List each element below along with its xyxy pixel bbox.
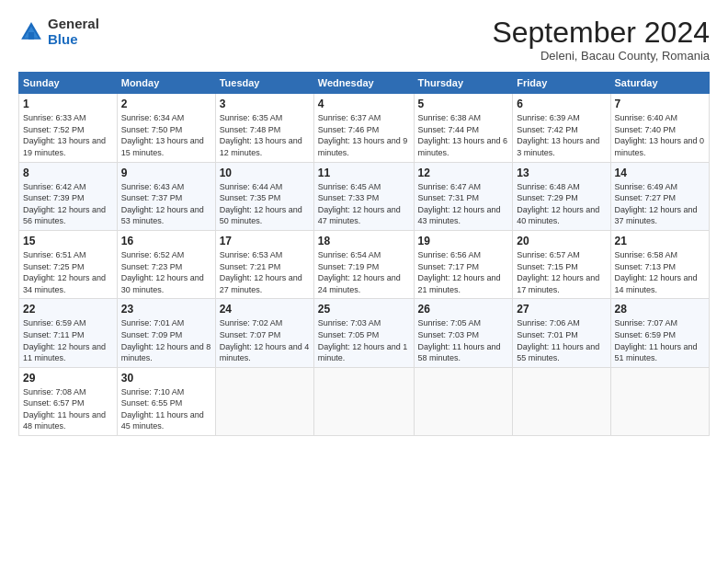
day-info: Sunrise: 6:34 AM Sunset: 7:50 PM Dayligh… <box>121 112 211 158</box>
table-row: 19 Sunrise: 6:56 AM Sunset: 7:17 PM Dayl… <box>414 230 513 298</box>
table-row: 16 Sunrise: 6:52 AM Sunset: 7:23 PM Dayl… <box>117 230 215 298</box>
day-info: Sunrise: 6:35 AM Sunset: 7:48 PM Dayligh… <box>220 112 310 158</box>
logo-blue: Blue <box>48 32 99 48</box>
header-wednesday: Wednesday <box>313 73 414 94</box>
day-info: Sunrise: 6:37 AM Sunset: 7:46 PM Dayligh… <box>318 112 410 158</box>
table-row: 25 Sunrise: 7:03 AM Sunset: 7:05 PM Dayl… <box>313 299 414 367</box>
day-number: 2 <box>121 98 211 110</box>
day-number: 14 <box>615 167 705 179</box>
day-number: 7 <box>615 98 705 110</box>
table-row <box>215 367 313 435</box>
svg-rect-2 <box>28 32 34 40</box>
day-info: Sunrise: 6:51 AM Sunset: 7:25 PM Dayligh… <box>23 249 113 295</box>
calendar-header-row: Sunday Monday Tuesday Wednesday Thursday… <box>19 73 710 94</box>
title-block: September 2024 Deleni, Bacau County, Rom… <box>492 17 710 63</box>
day-info: Sunrise: 7:06 AM Sunset: 7:01 PM Dayligh… <box>517 317 606 363</box>
day-number: 16 <box>121 235 211 247</box>
day-info: Sunrise: 6:59 AM Sunset: 7:11 PM Dayligh… <box>23 317 113 363</box>
table-row: 6 Sunrise: 6:39 AM Sunset: 7:42 PM Dayli… <box>513 94 610 162</box>
table-row: 26 Sunrise: 7:05 AM Sunset: 7:03 PM Dayl… <box>414 299 513 367</box>
header-monday: Monday <box>117 73 215 94</box>
day-number: 27 <box>517 303 606 316</box>
header: General Blue September 2024 Deleni, Baca… <box>18 17 710 63</box>
day-info: Sunrise: 7:01 AM Sunset: 7:09 PM Dayligh… <box>121 317 211 363</box>
header-thursday: Thursday <box>414 73 513 94</box>
day-number: 21 <box>615 235 705 247</box>
day-info: Sunrise: 6:47 AM Sunset: 7:31 PM Dayligh… <box>418 181 509 227</box>
day-info: Sunrise: 7:08 AM Sunset: 6:57 PM Dayligh… <box>23 386 113 432</box>
day-info: Sunrise: 6:57 AM Sunset: 7:15 PM Dayligh… <box>517 249 606 295</box>
day-number: 20 <box>517 235 606 247</box>
day-info: Sunrise: 6:56 AM Sunset: 7:17 PM Dayligh… <box>418 249 509 295</box>
day-number: 3 <box>220 98 310 110</box>
table-row: 12 Sunrise: 6:47 AM Sunset: 7:31 PM Dayl… <box>414 162 513 230</box>
table-row: 28 Sunrise: 7:07 AM Sunset: 6:59 PM Dayl… <box>610 299 709 367</box>
day-info: Sunrise: 6:48 AM Sunset: 7:29 PM Dayligh… <box>517 181 606 227</box>
day-number: 19 <box>418 235 509 247</box>
day-info: Sunrise: 6:42 AM Sunset: 7:39 PM Dayligh… <box>23 181 113 227</box>
table-row: 30 Sunrise: 7:10 AM Sunset: 6:55 PM Dayl… <box>117 367 215 435</box>
table-row <box>313 367 414 435</box>
day-info: Sunrise: 6:53 AM Sunset: 7:21 PM Dayligh… <box>220 249 310 295</box>
day-number: 28 <box>615 303 705 316</box>
day-number: 26 <box>418 303 509 316</box>
day-number: 23 <box>121 303 211 316</box>
table-row: 18 Sunrise: 6:54 AM Sunset: 7:19 PM Dayl… <box>313 230 414 298</box>
day-number: 13 <box>517 167 606 179</box>
day-info: Sunrise: 6:43 AM Sunset: 7:37 PM Dayligh… <box>121 181 211 227</box>
table-row <box>610 367 709 435</box>
header-sunday: Sunday <box>19 73 118 94</box>
day-info: Sunrise: 6:52 AM Sunset: 7:23 PM Dayligh… <box>121 249 211 295</box>
table-row: 5 Sunrise: 6:38 AM Sunset: 7:44 PM Dayli… <box>414 94 513 162</box>
logo-icon <box>18 19 44 45</box>
day-number: 30 <box>121 372 211 385</box>
table-row: 15 Sunrise: 6:51 AM Sunset: 7:25 PM Dayl… <box>19 230 118 298</box>
day-info: Sunrise: 6:54 AM Sunset: 7:19 PM Dayligh… <box>318 249 410 295</box>
table-row: 23 Sunrise: 7:01 AM Sunset: 7:09 PM Dayl… <box>117 299 215 367</box>
table-row: 22 Sunrise: 6:59 AM Sunset: 7:11 PM Dayl… <box>19 299 118 367</box>
day-number: 22 <box>23 303 113 316</box>
header-saturday: Saturday <box>610 73 709 94</box>
day-number: 5 <box>418 98 509 110</box>
day-number: 4 <box>318 98 410 110</box>
logo-general: General <box>48 17 99 32</box>
day-number: 10 <box>220 167 310 179</box>
table-row <box>513 367 610 435</box>
day-number: 6 <box>517 98 606 110</box>
table-row: 20 Sunrise: 6:57 AM Sunset: 7:15 PM Dayl… <box>513 230 610 298</box>
table-row: 7 Sunrise: 6:40 AM Sunset: 7:40 PM Dayli… <box>610 94 709 162</box>
table-row <box>414 367 513 435</box>
table-row: 27 Sunrise: 7:06 AM Sunset: 7:01 PM Dayl… <box>513 299 610 367</box>
day-info: Sunrise: 6:38 AM Sunset: 7:44 PM Dayligh… <box>418 112 509 158</box>
logo: General Blue <box>18 17 99 47</box>
day-number: 17 <box>220 235 310 247</box>
day-number: 12 <box>418 167 509 179</box>
day-number: 15 <box>23 235 113 247</box>
day-info: Sunrise: 7:05 AM Sunset: 7:03 PM Dayligh… <box>418 317 509 363</box>
day-number: 29 <box>23 372 113 385</box>
day-info: Sunrise: 6:39 AM Sunset: 7:42 PM Dayligh… <box>517 112 606 158</box>
table-row: 9 Sunrise: 6:43 AM Sunset: 7:37 PM Dayli… <box>117 162 215 230</box>
header-friday: Friday <box>513 73 610 94</box>
day-info: Sunrise: 6:58 AM Sunset: 7:13 PM Dayligh… <box>615 249 705 295</box>
day-info: Sunrise: 7:03 AM Sunset: 7:05 PM Dayligh… <box>318 317 410 363</box>
day-info: Sunrise: 6:49 AM Sunset: 7:27 PM Dayligh… <box>615 181 705 227</box>
day-info: Sunrise: 7:10 AM Sunset: 6:55 PM Dayligh… <box>121 386 211 432</box>
day-number: 8 <box>23 167 113 179</box>
month-title: September 2024 <box>492 17 710 49</box>
day-info: Sunrise: 6:45 AM Sunset: 7:33 PM Dayligh… <box>318 181 410 227</box>
table-row: 2 Sunrise: 6:34 AM Sunset: 7:50 PM Dayli… <box>117 94 215 162</box>
table-row: 11 Sunrise: 6:45 AM Sunset: 7:33 PM Dayl… <box>313 162 414 230</box>
day-number: 24 <box>220 303 310 316</box>
table-row: 10 Sunrise: 6:44 AM Sunset: 7:35 PM Dayl… <box>215 162 313 230</box>
table-row: 3 Sunrise: 6:35 AM Sunset: 7:48 PM Dayli… <box>215 94 313 162</box>
day-info: Sunrise: 6:33 AM Sunset: 7:52 PM Dayligh… <box>23 112 113 158</box>
day-number: 11 <box>318 167 410 179</box>
location-subtitle: Deleni, Bacau County, Romania <box>492 49 710 63</box>
table-row: 1 Sunrise: 6:33 AM Sunset: 7:52 PM Dayli… <box>19 94 118 162</box>
table-row: 29 Sunrise: 7:08 AM Sunset: 6:57 PM Dayl… <box>19 367 118 435</box>
day-number: 1 <box>23 98 113 110</box>
day-info: Sunrise: 6:44 AM Sunset: 7:35 PM Dayligh… <box>220 181 310 227</box>
day-info: Sunrise: 7:07 AM Sunset: 6:59 PM Dayligh… <box>615 317 705 363</box>
table-row: 24 Sunrise: 7:02 AM Sunset: 7:07 PM Dayl… <box>215 299 313 367</box>
